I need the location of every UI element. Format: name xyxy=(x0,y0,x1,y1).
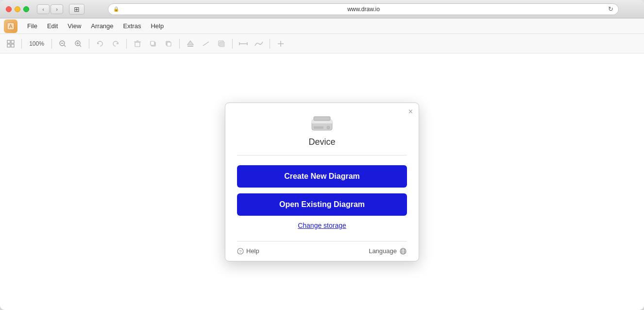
connection-button[interactable] xyxy=(237,37,250,50)
menubar: A File Edit View Arrange Extras Help xyxy=(0,18,644,34)
canvas-area: × De xyxy=(0,53,644,310)
menu-help[interactable]: Help xyxy=(147,20,168,32)
zoom-in-button[interactable] xyxy=(71,37,85,50)
globe-icon xyxy=(399,247,407,255)
shadow-button[interactable] xyxy=(215,37,228,50)
delete-button[interactable] xyxy=(131,37,144,50)
svg-line-22 xyxy=(203,42,209,46)
svg-rect-24 xyxy=(220,42,224,47)
lock-icon: 🔒 xyxy=(113,6,119,12)
language-label: Language xyxy=(369,247,397,255)
close-button[interactable] xyxy=(6,6,12,12)
refresh-button[interactable]: ↻ xyxy=(608,5,613,13)
change-storage-container: Change storage xyxy=(237,222,407,229)
svg-rect-3 xyxy=(11,40,14,43)
browser-window: ‹ › ⊞ 🔒 www.draw.io ↻ A File Edit View A… xyxy=(0,0,644,310)
help-icon: ? xyxy=(237,248,244,255)
dialog-close-button[interactable]: × xyxy=(408,108,413,116)
app-icon: A xyxy=(4,19,17,33)
svg-rect-33 xyxy=(314,117,330,121)
svg-rect-17 xyxy=(151,41,154,45)
open-existing-diagram-button[interactable]: Open Existing Diagram xyxy=(237,193,407,216)
menu-extras[interactable]: Extras xyxy=(119,20,145,32)
menu-view[interactable]: View xyxy=(64,20,85,32)
svg-marker-20 xyxy=(187,41,193,45)
toolbar-sep-2 xyxy=(51,39,52,49)
svg-line-8 xyxy=(64,45,66,47)
toolbar-sep-3 xyxy=(89,39,89,49)
waypoint-button[interactable] xyxy=(252,37,266,50)
titlebar: ‹ › ⊞ 🔒 www.draw.io ↻ xyxy=(0,0,644,18)
svg-rect-19 xyxy=(167,42,171,46)
menu-arrange[interactable]: Arrange xyxy=(87,20,117,32)
svg-rect-5 xyxy=(11,44,14,47)
zoom-level: 100% xyxy=(26,40,48,47)
create-new-diagram-button[interactable]: Create New Diagram xyxy=(237,165,407,188)
help-button[interactable]: ? Help xyxy=(237,247,259,255)
svg-rect-32 xyxy=(312,122,332,123)
url-bar[interactable]: 🔒 www.draw.io ↻ xyxy=(108,3,619,15)
traffic-lights xyxy=(6,6,29,12)
change-storage-link[interactable]: Change storage xyxy=(298,222,346,229)
forward-button[interactable]: › xyxy=(51,4,63,14)
undo-button[interactable] xyxy=(93,37,107,50)
svg-rect-34 xyxy=(314,126,323,129)
device-icon xyxy=(310,115,334,133)
toolbar-sep-1 xyxy=(21,39,22,49)
grid-button[interactable] xyxy=(4,37,17,50)
toback-button[interactable] xyxy=(162,37,175,50)
url-text: www.draw.io xyxy=(122,6,605,13)
menu-edit[interactable]: Edit xyxy=(43,20,62,32)
dialog-footer: ? Help Language xyxy=(225,241,419,261)
toolbar-sep-4 xyxy=(126,39,127,49)
svg-rect-13 xyxy=(135,42,140,47)
tofront-button[interactable] xyxy=(146,37,160,50)
minimize-button[interactable] xyxy=(15,6,20,12)
fill-color-button[interactable] xyxy=(184,37,197,50)
toolbar-sep-7 xyxy=(270,39,270,49)
modal-overlay: × De xyxy=(0,53,644,310)
svg-rect-2 xyxy=(7,40,10,43)
language-button[interactable]: Language xyxy=(369,247,407,255)
toolbar-sep-6 xyxy=(232,39,233,49)
dialog-body: Create New Diagram Open Existing Diagram… xyxy=(225,155,419,239)
back-button[interactable]: ‹ xyxy=(37,4,50,14)
svg-rect-4 xyxy=(7,44,10,47)
line-color-button[interactable] xyxy=(199,37,213,50)
sidebar-toggle-button[interactable]: ⊞ xyxy=(69,4,85,15)
insert-button[interactable] xyxy=(274,37,288,50)
nav-buttons: ‹ › xyxy=(37,4,63,14)
redo-button[interactable] xyxy=(109,37,122,50)
svg-text:?: ? xyxy=(239,249,241,254)
zoom-out-button[interactable] xyxy=(56,37,69,50)
app-icon-inner: A xyxy=(4,19,17,33)
svg-line-12 xyxy=(80,45,81,47)
dialog: × De xyxy=(225,103,419,261)
dialog-title: Device xyxy=(308,137,335,147)
svg-text:A: A xyxy=(9,23,13,29)
help-label: Help xyxy=(246,247,259,255)
toolbar: 100% xyxy=(0,34,644,53)
toolbar-sep-5 xyxy=(179,39,180,49)
maximize-button[interactable] xyxy=(23,6,29,12)
dialog-header: Device xyxy=(225,103,419,155)
svg-point-35 xyxy=(327,126,330,129)
menu-file[interactable]: File xyxy=(23,20,41,32)
